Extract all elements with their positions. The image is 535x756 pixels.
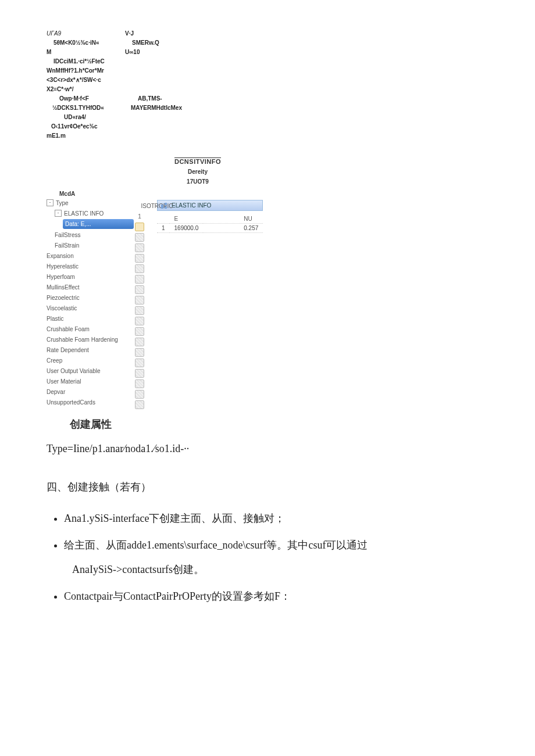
- tree-item[interactable]: MullinsEffect: [47, 282, 134, 292]
- elastic-info-table: ELASTIC INFO E NU 1 169000.0 0.257: [157, 191, 263, 409]
- value-box[interactable]: [135, 285, 144, 294]
- col-e: E: [170, 214, 204, 224]
- value-box[interactable]: [135, 233, 144, 242]
- tree-label: Creep: [47, 357, 62, 364]
- tree-label: FailStress: [55, 232, 80, 238]
- value-box[interactable]: [135, 254, 144, 263]
- garble-line: SMERw.Q: [132, 38, 159, 48]
- bullet-list: Ana1.ySiS-interface下创建主面、从面、接触对； 给主面、从面a…: [47, 508, 500, 607]
- header-garble: UΓA9 V·J 5θM<K0½⅜c·iN« SMERw.Q M U∞10 ID…: [47, 29, 500, 141]
- bullet-text: Contactpair与ContactPairPrOPerty的设置参考如F：: [64, 590, 291, 602]
- garble-line: AB,TMS-: [138, 94, 162, 103]
- garble-line: UΓA9: [47, 29, 125, 38]
- tree-item[interactable]: Crushable Foam Hardening: [47, 335, 134, 344]
- tree-item[interactable]: Hyperfoam: [47, 272, 134, 281]
- section-title: 四、创建接触（若有）: [47, 476, 500, 497]
- tree-value: 1: [138, 213, 141, 220]
- tree-label: Rate Dependent: [47, 347, 89, 353]
- list-item: Ana1.ySiS-interface下创建主面、从面、接触对；: [64, 508, 500, 529]
- page: UΓA9 V·J 5θM<K0½⅜c·iN« SMERw.Q M U∞10 ID…: [0, 0, 535, 756]
- table-title-text: ELASTIC INFO: [172, 202, 211, 209]
- tree-label: MullinsEffect: [47, 284, 80, 291]
- value-box[interactable]: [135, 338, 144, 346]
- elastic-table: E NU 1 169000.0 0.257: [157, 214, 263, 233]
- tree-label: Type: [56, 200, 69, 206]
- garble-line: 5θM<K0½⅜c·iN«: [47, 38, 132, 48]
- garble-line: <3C<r>dx*∧*/SW<·c: [47, 76, 500, 85]
- tree-item[interactable]: Hyperelastic: [47, 261, 134, 271]
- value-box[interactable]: [135, 264, 144, 273]
- body-text: Type=Iine/p1.anar⁄noda1.⁄so1.id-·· 四、创建接…: [47, 438, 500, 607]
- col-nu: NU: [203, 214, 263, 224]
- tree-item[interactable]: Expansion: [47, 251, 134, 260]
- garble-line: X2≡C*·w*/: [47, 85, 500, 94]
- property-panel: McdA - Type - ELASTIC INFO Data: E,... F…: [47, 191, 500, 409]
- value-box[interactable]: [135, 243, 144, 252]
- value-box[interactable]: [135, 359, 144, 367]
- col-index: [157, 214, 170, 224]
- garble-line: IDCciM1.·ci*½FteC: [47, 57, 500, 66]
- value-box[interactable]: [135, 296, 144, 304]
- tree-label: Depvar: [47, 389, 65, 395]
- value-box[interactable]: [135, 379, 144, 388]
- cell-e[interactable]: 169000.0: [170, 224, 204, 233]
- tree-label: Expansion: [47, 253, 74, 259]
- tree-label-selected: Data: E,...: [65, 221, 91, 227]
- tree-item[interactable]: User Output Variable: [47, 366, 134, 375]
- garble-line: MAYERMHdtIcMex: [131, 103, 182, 113]
- tree-item[interactable]: FailStress: [55, 230, 134, 239]
- tree-value-column: ISOTROPIC 1: [134, 191, 145, 409]
- tree-item[interactable]: FailStrain: [55, 241, 134, 250]
- table-row[interactable]: 1 169000.0 0.257: [157, 224, 263, 233]
- garble-line: ½DCKS1.TYHfOD«: [47, 103, 131, 113]
- density-label: Dereity: [163, 169, 233, 175]
- bullet-text: Ana1.ySiS-interface下创建主面、从面、接触对；: [64, 513, 285, 524]
- garble-line: mE1.m: [47, 131, 500, 141]
- tree-item[interactable]: UnsupportedCards: [47, 397, 134, 407]
- tree-item[interactable]: User Material: [47, 377, 134, 386]
- garble-line: UD«ra4/: [47, 113, 500, 122]
- value-box[interactable]: [135, 306, 144, 315]
- type-line: Type=Iine/p1.anar⁄noda1.⁄so1.id-··: [47, 438, 500, 459]
- value-box[interactable]: [135, 369, 144, 378]
- tree-item[interactable]: Crushable Foam: [47, 324, 134, 334]
- tree-label: UnsupportedCards: [47, 399, 95, 406]
- tree-item[interactable]: Piezoelectric: [47, 293, 134, 302]
- garble-line: V·J: [125, 29, 134, 38]
- tree-label: Hyperfoam: [47, 274, 75, 280]
- value-box[interactable]: [135, 348, 144, 357]
- garble-line: O‹11vr¢Oe*ec⅜c: [47, 122, 500, 131]
- value-badge[interactable]: [135, 223, 144, 231]
- property-tree[interactable]: McdA - Type - ELASTIC INFO Data: E,... F…: [47, 191, 134, 409]
- tree-item[interactable]: Viscoelastic: [47, 303, 134, 313]
- value-box[interactable]: [135, 317, 144, 325]
- tree-value-isotropic: ISOTROPIC: [141, 203, 173, 209]
- tree-label: Hyperelastic: [47, 263, 79, 270]
- tree-label: User Material: [47, 378, 81, 385]
- table-icon: [161, 203, 167, 209]
- tree-item[interactable]: Plastic: [47, 314, 134, 323]
- garble-line: WnMffHf?1.h*Cor*Mr: [47, 66, 500, 76]
- cell-nu[interactable]: 0.257: [203, 224, 263, 233]
- tree-item-type[interactable]: - Type: [47, 198, 134, 207]
- bullet-text-cont: AnaIySiS->contactsurfs创建。: [72, 559, 500, 580]
- tree-item[interactable]: Depvar: [47, 387, 134, 396]
- tree-item[interactable]: Creep: [47, 356, 134, 365]
- value-box[interactable]: [135, 400, 144, 409]
- value-box[interactable]: [135, 327, 144, 336]
- tree-heading: McdA: [59, 191, 134, 197]
- garble-line: U∞10: [125, 48, 140, 57]
- value-box[interactable]: [135, 390, 144, 399]
- cell-index: 1: [157, 224, 170, 233]
- density-value: 17UOT9: [163, 178, 233, 185]
- tree-item-data-e[interactable]: Data: E,...: [63, 219, 134, 229]
- tree-label: Viscoelastic: [47, 305, 77, 311]
- tree-item[interactable]: Rate Dependent: [47, 345, 134, 354]
- list-item: Contactpair与ContactPairPrOPerty的设置参考如F：: [64, 586, 500, 607]
- garble-line: Owp·M·f<F: [47, 94, 138, 103]
- value-box[interactable]: [135, 275, 144, 284]
- tree-expand-icon[interactable]: -: [55, 210, 62, 217]
- tree-item-elasticinfo[interactable]: - ELASTIC INFO: [55, 209, 134, 218]
- density-title: DCNSITVINFO: [163, 158, 233, 165]
- tree-expand-icon[interactable]: -: [47, 199, 54, 206]
